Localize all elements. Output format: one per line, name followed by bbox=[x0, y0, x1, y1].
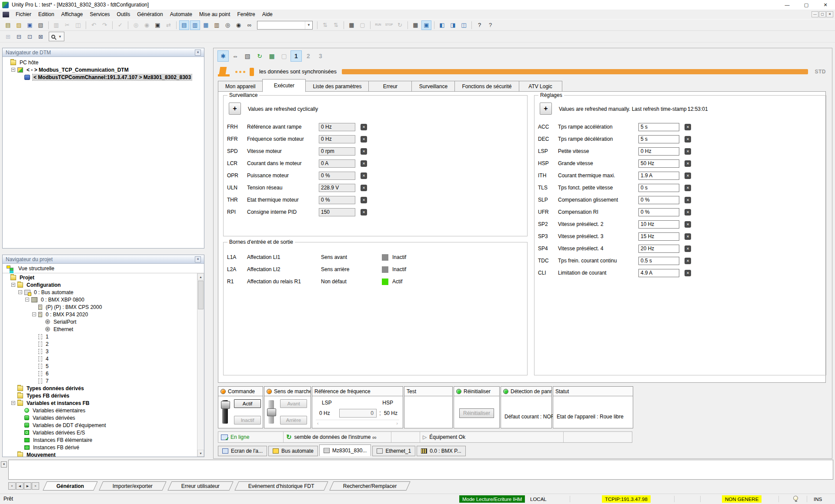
parameter-value-field[interactable]: 0 % bbox=[638, 208, 679, 216]
zoom-dropdown[interactable]: ▼ bbox=[49, 32, 64, 41]
menu-item[interactable]: Outils bbox=[114, 10, 134, 19]
dtm-tab[interactable]: ATV Logic bbox=[519, 81, 562, 92]
view-3-icon[interactable]: 3 bbox=[315, 50, 326, 62]
print-icon[interactable]: ▧ bbox=[242, 50, 253, 62]
tree-item[interactable]: − 7 bbox=[3, 377, 197, 385]
maximize-icon[interactable]: ▢ bbox=[797, 0, 816, 10]
toolbar-separator[interactable] bbox=[128, 21, 128, 29]
plc-download-icon[interactable]: ⇅ bbox=[331, 20, 341, 30]
tree-item[interactable]: − 4 bbox=[3, 355, 197, 362]
build-icon[interactable]: ◉ bbox=[142, 20, 152, 30]
tree-item[interactable]: − Instances FB élémentaire bbox=[3, 436, 197, 444]
remove-parameter-icon[interactable]: ✕ bbox=[685, 221, 691, 228]
tree-item[interactable]: − 3 bbox=[3, 348, 197, 355]
first-tab-icon[interactable]: « bbox=[8, 482, 16, 490]
parameter-value-field[interactable]: 0 A bbox=[319, 159, 355, 168]
remove-parameter-icon[interactable]: ✕ bbox=[685, 209, 691, 216]
toolbar-separator[interactable] bbox=[370, 21, 371, 29]
grid-view-icon[interactable]: ▦ bbox=[266, 50, 277, 62]
add-parameter-button[interactable]: + bbox=[229, 103, 241, 115]
toolbar-separator[interactable] bbox=[407, 21, 408, 29]
parameter-value-field[interactable]: 15 Hz bbox=[638, 232, 679, 241]
toolbar-separator[interactable] bbox=[176, 21, 177, 29]
remove-parameter-icon[interactable]: ✕ bbox=[685, 270, 691, 276]
tree-item[interactable]: − Variables dérivées E/S bbox=[3, 429, 197, 436]
parameter-value-field[interactable]: 0 s bbox=[638, 184, 679, 192]
toolbar-separator[interactable] bbox=[48, 21, 49, 29]
commande-switch[interactable] bbox=[222, 400, 228, 424]
parameter-value-field[interactable]: 150 bbox=[319, 208, 355, 216]
operator-screen-icon[interactable]: ▣ bbox=[421, 20, 431, 30]
expander-icon[interactable]: − bbox=[11, 401, 15, 405]
menu-item[interactable]: Aide bbox=[259, 10, 276, 19]
chevron-down-icon[interactable]: ▼ bbox=[305, 21, 312, 29]
transfer-icon[interactable]: ⇄ bbox=[164, 20, 174, 30]
scroll-left-icon[interactable]: ‹ bbox=[317, 421, 319, 426]
parameter-value-field[interactable]: 0 % bbox=[638, 196, 679, 204]
remove-parameter-icon[interactable]: ✕ bbox=[685, 258, 691, 264]
output-tab[interactable]: Rechercher/Remplacer bbox=[329, 481, 411, 491]
parameter-value-field[interactable]: 0 Hz bbox=[319, 123, 355, 131]
search-icon[interactable]: ◎ bbox=[223, 20, 233, 30]
tree-item[interactable]: − Instances FB dérivé bbox=[3, 444, 197, 451]
toolbar-separator[interactable] bbox=[112, 21, 113, 29]
output-tab[interactable]: Importer/exporter bbox=[99, 481, 167, 491]
spinner-arrows-icon[interactable]: ▴▾ bbox=[377, 409, 383, 418]
remove-parameter-icon[interactable]: ✕ bbox=[361, 185, 367, 191]
last-tab-icon[interactable]: » bbox=[32, 482, 39, 490]
expander-icon[interactable]: − bbox=[18, 290, 22, 294]
tree-item[interactable]: − 1 bbox=[3, 333, 197, 340]
stop-icon[interactable]: STOP bbox=[384, 20, 394, 30]
mdi-close-icon[interactable]: ✕ bbox=[826, 11, 833, 17]
print-icon[interactable]: ▧ bbox=[36, 20, 46, 30]
close-icon[interactable]: ✕ bbox=[816, 0, 835, 10]
tree-item[interactable]: − Variables élémentaires bbox=[3, 407, 197, 414]
parameter-value-field[interactable]: 0 % bbox=[319, 196, 355, 204]
remove-parameter-icon[interactable]: ✕ bbox=[361, 209, 367, 216]
mdi-minimize-icon[interactable]: — bbox=[812, 11, 818, 17]
tree-item[interactable]: − Variables et instances FB bbox=[3, 399, 197, 407]
open-icon[interactable]: ▨ bbox=[14, 20, 24, 30]
monitor-icon[interactable]: ▢ bbox=[357, 20, 367, 30]
parameter-value-field[interactable]: 0.5 s bbox=[638, 257, 679, 265]
tree-item[interactable]: − SerialPort bbox=[3, 318, 197, 325]
mdi-tab[interactable]: Mz8301_830... bbox=[319, 444, 371, 456]
scroll-down-icon[interactable]: ▼ bbox=[197, 450, 204, 457]
hyperlink-grid-icon[interactable]: ⊡ bbox=[25, 32, 35, 41]
arriere-button[interactable]: Arrière bbox=[280, 416, 307, 424]
tree-item[interactable]: − 5 bbox=[3, 362, 197, 370]
mdi-tab[interactable]: Ethernet_1 bbox=[372, 446, 415, 456]
prev-tab-icon[interactable]: ◀ bbox=[16, 482, 23, 490]
dtm-tab[interactable]: Mon appareil bbox=[218, 81, 263, 92]
redo-icon[interactable]: ↷ bbox=[100, 20, 110, 30]
tree-item[interactable]: − 0 : BMX P34 2020 bbox=[3, 311, 197, 318]
tree-item[interactable]: − Configuration bbox=[3, 281, 197, 288]
output-tab[interactable]: Evénement d'historique FDT bbox=[235, 481, 328, 491]
menu-item[interactable]: Mise au point bbox=[196, 10, 234, 19]
tree-item[interactable]: − 6 bbox=[3, 370, 197, 377]
remove-parameter-icon[interactable]: ✕ bbox=[361, 160, 367, 167]
undo-icon[interactable]: ↶ bbox=[89, 20, 99, 30]
cascade-icon[interactable]: ◫ bbox=[459, 20, 469, 30]
remove-parameter-icon[interactable]: ✕ bbox=[685, 136, 691, 143]
avant-button[interactable]: Avant bbox=[280, 399, 307, 408]
save-icon[interactable]: ▣ bbox=[25, 20, 35, 30]
structural-view-tab[interactable]: Vue structurelle bbox=[3, 264, 204, 273]
remove-parameter-icon[interactable]: ✕ bbox=[361, 197, 367, 203]
remove-parameter-icon[interactable]: ✕ bbox=[685, 197, 691, 203]
copy-icon[interactable]: ◫ bbox=[73, 20, 83, 30]
remove-parameter-icon[interactable]: ✕ bbox=[685, 245, 691, 252]
expander-icon[interactable]: − bbox=[25, 298, 29, 302]
project-tree-scrollbar[interactable]: ▲ ▼ bbox=[197, 273, 204, 457]
reinitialiser-button[interactable]: Réinitialiser bbox=[459, 408, 494, 418]
page-icon[interactable]: ▢ bbox=[278, 50, 290, 62]
chevron-down-icon[interactable]: ▼ bbox=[58, 35, 62, 39]
menu-item[interactable]: Services bbox=[87, 10, 114, 19]
library-icon[interactable]: ▥ bbox=[212, 20, 222, 30]
tree-item[interactable]: − Types FB dérivés bbox=[3, 392, 197, 399]
parameter-value-field[interactable]: 10 Hz bbox=[638, 220, 679, 229]
toolbar-separator[interactable] bbox=[471, 21, 472, 29]
remove-parameter-icon[interactable]: ✕ bbox=[685, 124, 691, 130]
remove-parameter-icon[interactable]: ✕ bbox=[685, 160, 691, 167]
dtm-tab[interactable]: Liste des paramètres bbox=[305, 81, 369, 92]
